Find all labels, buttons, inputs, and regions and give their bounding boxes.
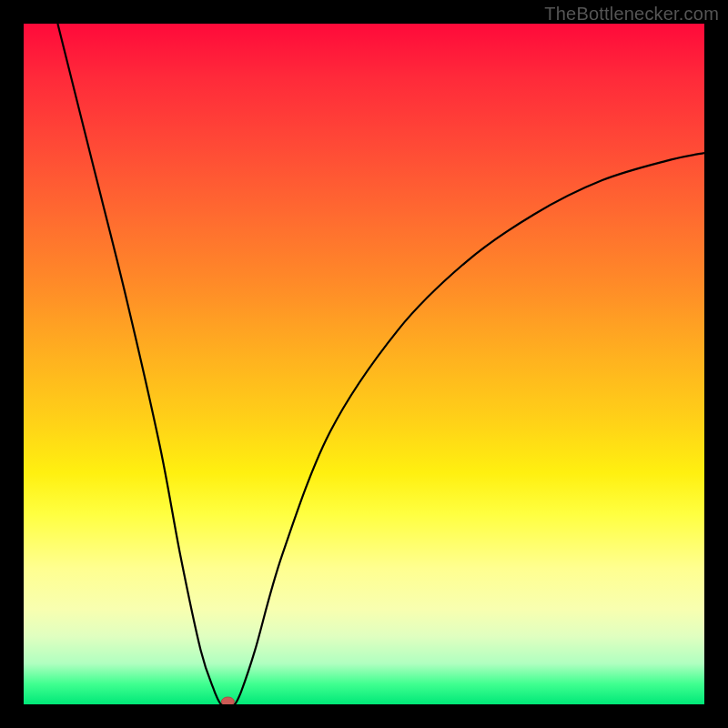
attribution-text: TheBottlenecker.com (544, 4, 719, 25)
chart-frame: TheBottlenecker.com (0, 0, 728, 728)
bottleneck-curve (57, 24, 704, 704)
curve-layer (24, 24, 704, 704)
plot-area (24, 24, 704, 704)
minimum-marker (221, 697, 234, 704)
